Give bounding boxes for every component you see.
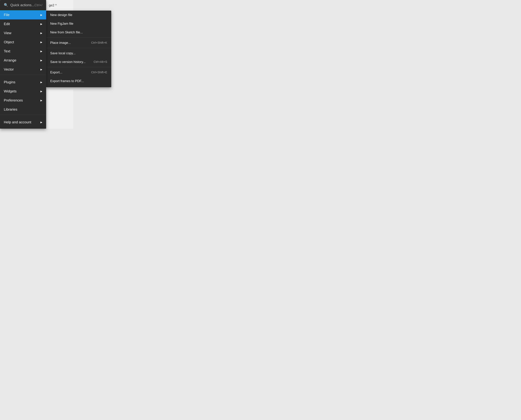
submenu-item-place-image[interactable]: Place image... Ctrl+Shift+K bbox=[46, 38, 111, 47]
submenu-divider-3 bbox=[46, 67, 111, 67]
section-gap-1 bbox=[0, 76, 46, 78]
submenu-arrow-preferences-icon: ▶ bbox=[40, 99, 42, 102]
menu-item-widgets-label: Widgets bbox=[4, 89, 40, 93]
menu-item-view[interactable]: View ▶ bbox=[0, 29, 46, 38]
menu-item-arrange-label: Arrange bbox=[4, 58, 40, 62]
submenu-arrow-vector-icon: ▶ bbox=[40, 68, 42, 71]
submenu-export-shortcut: Ctrl+Shift+E bbox=[91, 71, 107, 74]
submenu-export-label: Export... bbox=[50, 70, 88, 74]
submenu-arrow-text-icon: ▶ bbox=[40, 50, 42, 53]
submenu-item-save-version[interactable]: Save to version history... Ctrl+Alt+S bbox=[46, 58, 111, 66]
menu-item-libraries[interactable]: Libraries bbox=[0, 105, 46, 114]
quick-actions-label: Quick actions... bbox=[10, 3, 34, 7]
submenu-arrow-widgets-icon: ▶ bbox=[40, 90, 42, 93]
submenu-item-new-design[interactable]: New design file bbox=[46, 11, 111, 19]
menu-item-vector-label: Vector bbox=[4, 67, 40, 72]
submenu-item-export[interactable]: Export... Ctrl+Shift+E bbox=[46, 68, 111, 77]
menu-item-object-label: Object bbox=[4, 40, 40, 44]
menu-item-edit-label: Edit bbox=[4, 22, 40, 26]
submenu-new-design-label: New design file bbox=[50, 13, 107, 17]
submenu-item-export-pdf[interactable]: Export frames to PDF... bbox=[46, 77, 111, 85]
menu-item-vector[interactable]: Vector ▶ bbox=[0, 65, 46, 74]
submenu-arrow-help-icon: ▶ bbox=[40, 121, 42, 124]
tab-bar-background: ge2 ^ bbox=[46, 0, 73, 11]
submenu-arrow-view-icon: ▶ bbox=[40, 32, 42, 35]
section-gap-3 bbox=[0, 127, 46, 129]
submenu-arrow-icon: ▶ bbox=[40, 14, 42, 16]
main-menu: 🔍 Quick actions... Ctrl+/ File ▶ Edit ▶ … bbox=[0, 0, 46, 129]
menu-item-help-account-label: Help and account bbox=[4, 120, 40, 124]
menu-item-arrange[interactable]: Arrange ▶ bbox=[0, 56, 46, 65]
submenu-new-sketch-label: New from Sketch file... bbox=[50, 30, 107, 34]
menu-item-edit[interactable]: Edit ▶ bbox=[0, 19, 46, 29]
section-gap-2 bbox=[0, 116, 46, 118]
search-icon: 🔍 bbox=[4, 3, 8, 7]
menu-divider-1 bbox=[0, 75, 46, 75]
menu-item-help-account[interactable]: Help and account ▶ bbox=[0, 118, 46, 127]
submenu-arrow-plugins-icon: ▶ bbox=[40, 81, 42, 84]
submenu-arrow-edit-icon: ▶ bbox=[40, 22, 42, 25]
menu-item-plugins-label: Plugins bbox=[4, 80, 40, 84]
submenu-item-new-sketch[interactable]: New from Sketch file... bbox=[46, 28, 111, 37]
submenu-save-version-shortcut: Ctrl+Alt+S bbox=[94, 60, 107, 64]
submenu-divider-2 bbox=[46, 48, 111, 48]
submenu-arrow-arrange-icon: ▶ bbox=[40, 59, 42, 62]
menu-item-preferences-label: Preferences bbox=[4, 98, 40, 102]
submenu-save-version-label: Save to version history... bbox=[50, 60, 91, 64]
menu-item-file-label: File bbox=[4, 13, 40, 17]
submenu-save-local-label: Save local copy... bbox=[50, 51, 107, 55]
menu-item-file[interactable]: File ▶ bbox=[0, 10, 46, 19]
menu-item-view-label: View bbox=[4, 31, 40, 35]
submenu-item-new-figjam[interactable]: New FigJam file bbox=[46, 19, 111, 28]
menu-item-text-label: Text bbox=[4, 49, 40, 53]
quick-actions-item[interactable]: 🔍 Quick actions... Ctrl+/ bbox=[0, 0, 46, 10]
menu-item-preferences[interactable]: Preferences ▶ bbox=[0, 96, 46, 105]
submenu-place-image-shortcut: Ctrl+Shift+K bbox=[91, 41, 107, 45]
submenu-item-save-local[interactable]: Save local copy... bbox=[46, 49, 111, 58]
submenu-arrow-object-icon: ▶ bbox=[40, 41, 42, 44]
menu-item-widgets[interactable]: Widgets ▶ bbox=[0, 87, 46, 96]
menu-item-libraries-label: Libraries bbox=[4, 107, 42, 112]
quick-actions-shortcut: Ctrl+/ bbox=[34, 3, 42, 7]
submenu-new-figjam-label: New FigJam file bbox=[50, 22, 107, 25]
menu-item-object[interactable]: Object ▶ bbox=[0, 38, 46, 47]
submenu-export-pdf-label: Export frames to PDF... bbox=[50, 79, 107, 83]
submenu-bottom-gap bbox=[46, 85, 111, 87]
file-submenu: New design file New FigJam file New from… bbox=[46, 11, 111, 87]
menu-item-plugins[interactable]: Plugins ▶ bbox=[0, 78, 46, 87]
menu-container: ge2 ^ 🔍 Quick actions... Ctrl+/ File ▶ E… bbox=[0, 0, 46, 129]
menu-item-text[interactable]: Text ▶ bbox=[0, 47, 46, 56]
page-tab-label[interactable]: ge2 ^ bbox=[49, 3, 57, 7]
canvas-background bbox=[46, 90, 73, 129]
submenu-place-image-label: Place image... bbox=[50, 41, 88, 45]
